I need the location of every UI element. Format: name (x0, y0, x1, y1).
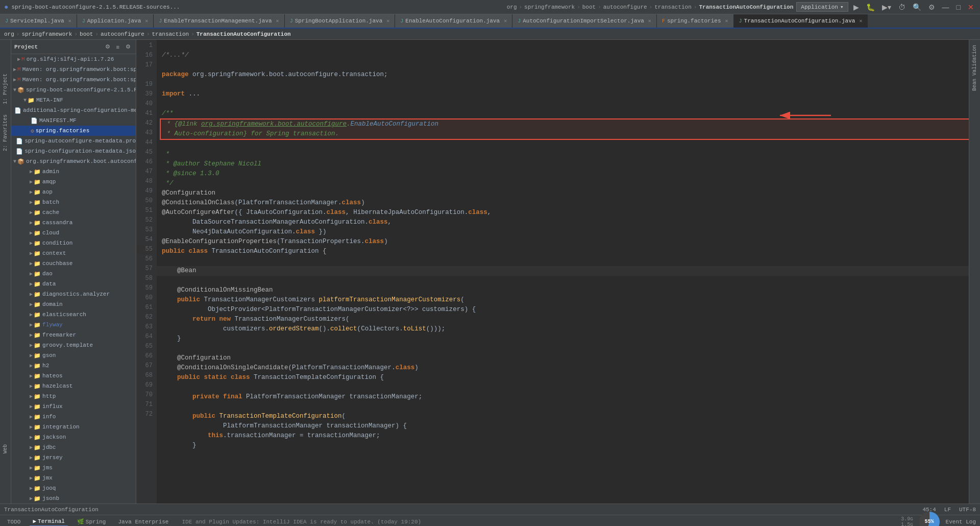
tree-item-metainf[interactable]: ▼ 📁 META-INF (11, 95, 136, 105)
tree-item-integration[interactable]: ▶ 📁 integration (11, 422, 136, 432)
close-button[interactable]: ✕ (966, 2, 976, 12)
bc-class[interactable]: TransactionAutoConfiguration (699, 4, 793, 10)
tab-service-impl[interactable]: J ServiceImpl.java ✕ (0, 14, 77, 28)
tree-item-jackson[interactable]: ▶ 📁 jackson (11, 432, 136, 442)
tree-item-jooq[interactable]: ▶ 📁 jooq (11, 483, 136, 493)
tree-item-jms[interactable]: ▶ 📁 jms (11, 463, 136, 473)
bc-org[interactable]: org (507, 4, 517, 10)
tree-item-jersey[interactable]: ▶ 📁 jersey (11, 452, 136, 463)
tree-item-cloud[interactable]: ▶ 📁 cloud (11, 228, 136, 238)
code-content[interactable]: /*...*/ package org.springframework.boot… (157, 40, 969, 504)
close-icon[interactable]: ✕ (68, 18, 71, 24)
more-run-button[interactable]: ▶▾ (880, 2, 893, 12)
right-sidebar: Bean Validation (969, 40, 980, 504)
tree-item-cassandra[interactable]: ▶ 📁 cassandra (11, 218, 136, 228)
app-dropdown[interactable]: Application ▾ (796, 2, 848, 12)
profile-button[interactable]: ⏱ (896, 2, 908, 12)
tree-item-data[interactable]: ▶ 📁 data (11, 279, 136, 289)
tree-item-gson[interactable]: ▶ 📁 gson (11, 350, 136, 361)
tree-item-manifest[interactable]: 📄 MANIFEST.MF (11, 115, 136, 126)
tree-item-condition[interactable]: ▶ 📁 condition (11, 238, 136, 248)
event-log-button[interactable]: Event Log (946, 519, 976, 525)
close-icon[interactable]: ✕ (648, 18, 651, 24)
tree-item-amqp[interactable]: ▶ 📁 amqp (11, 177, 136, 187)
tab-auto-import[interactable]: J AutoConfigurationImportSelector.java ✕ (512, 14, 657, 28)
close-icon[interactable]: ✕ (386, 18, 389, 24)
tree-item-groovy-template[interactable]: ▶ 📁 groovy.template (11, 340, 136, 350)
bottom-tab-java-enterprise[interactable]: Java Enterprise (115, 518, 172, 526)
bc-nav-class[interactable]: TransactionAutoConfiguration (197, 31, 291, 37)
tree-item-maven1[interactable]: ▶ M org.slf4j:slf4j-api:1.7.26 (11, 54, 136, 64)
bc-nav-org[interactable]: org (4, 31, 14, 37)
tree-item-config-meta[interactable]: 📄 spring-configuration-metadata.jso (11, 146, 136, 156)
bc-transaction[interactable]: transaction (654, 4, 692, 10)
settings-button[interactable]: ⚙ (926, 2, 937, 12)
tree-item-additional[interactable]: 📄 additional-spring-configuration-met (11, 105, 136, 115)
bc-boot[interactable]: boot (582, 4, 596, 10)
tree-item-context[interactable]: ▶ 📁 context (11, 248, 136, 258)
tree-item-jdbc[interactable]: ▶ 📁 jdbc (11, 442, 136, 452)
tree-item-module[interactable]: ▼ 📦 spring-boot-autoconfigure-2.1.5.RELE… (11, 85, 136, 95)
tree-item-hateos[interactable]: ▶ 📁 hateos (11, 371, 136, 381)
sidebar-project-icon[interactable]: 1: Project (2, 70, 9, 107)
tree-item-h2[interactable]: ▶ 📁 h2 (11, 361, 136, 371)
tree-item-jmx[interactable]: ▶ 📁 jmx (11, 473, 136, 483)
project-sync-button[interactable]: ⚙ (103, 42, 112, 51)
tree-item-elasticsearch[interactable]: ▶ 📁 elasticsearch (11, 309, 136, 320)
close-icon[interactable]: ✕ (145, 18, 148, 24)
bc-nav-boot[interactable]: boot (80, 31, 93, 37)
tree-item-autoconfig-pkg[interactable]: ▼ 📦 org.springframework.boot.autoconfig (11, 156, 136, 166)
tree-item-spring-factories[interactable]: ⚙ spring.factories (11, 126, 136, 136)
bottom-tab-todo[interactable]: TODO (4, 518, 23, 526)
tree-item-domain[interactable]: ▶ 📁 domain (11, 299, 136, 309)
search-button[interactable]: 🔍 (911, 2, 923, 12)
tree-item-jsonb[interactable]: ▶ 📁 jsonb (11, 493, 136, 504)
tree-item-dao[interactable]: ▶ 📁 dao (11, 269, 136, 279)
tree-item-aop[interactable]: ▶ 📁 aop (11, 187, 136, 197)
tree-item-cache[interactable]: ▶ 📁 cache (11, 207, 136, 218)
tree-item-batch[interactable]: ▶ 📁 batch (11, 197, 136, 207)
sidebar-web-icon[interactable]: Web (2, 424, 9, 457)
tab-spring-factories[interactable]: F spring.factories ✕ (657, 14, 734, 28)
tree-item-maven3[interactable]: ▶ M Maven: org.springframework.boot:spri… (11, 75, 136, 85)
code-editor[interactable]: 1 16 17 19 39 40 41 42 43 44 45 46 47 48… (136, 40, 969, 504)
bottom-tab-terminal[interactable]: ▶ Terminal (30, 517, 67, 526)
close-icon[interactable]: ✕ (276, 18, 279, 24)
close-icon[interactable]: ✕ (859, 18, 862, 24)
maximize-button[interactable]: □ (954, 2, 963, 12)
minimize-button[interactable]: — (940, 2, 951, 12)
tab-enable-tx[interactable]: J EnableTransactionManagement.java ✕ (154, 14, 284, 28)
sidebar-favorites-icon[interactable]: 2: Favorites (2, 111, 9, 154)
tab-springboot-app[interactable]: J SpringBootApplication.java ✕ (285, 14, 396, 28)
bc-springframework[interactable]: springframework (524, 4, 575, 10)
terminal-icon: ▶ (33, 518, 36, 524)
tree-item-flyway[interactable]: ▶ 📁 flyway (11, 320, 136, 330)
tree-item-diagnostics[interactable]: ▶ 📁 diagnostics.analyzer (11, 289, 136, 299)
tree-item-couchbase[interactable]: ▶ 📁 couchbase (11, 258, 136, 269)
tree-item-maven2[interactable]: ▶ M Maven: org.springframework.boot:spri… (11, 64, 136, 75)
tab-application[interactable]: J Application.java ✕ (77, 14, 154, 28)
bc-autoconfigure[interactable]: autoconfigure (603, 4, 647, 10)
tab-transaction-auto[interactable]: J TransactionAutoConfiguration.java ✕ (734, 14, 868, 28)
tree-item-admin[interactable]: ▶ 📁 admin (11, 166, 136, 177)
tree-item-autoconfigure-meta[interactable]: 📄 spring-autoconfigure-metadata.pro (11, 136, 136, 146)
run-button[interactable]: ▶ (851, 2, 861, 12)
bc-nav-springframework[interactable]: springframework (21, 31, 72, 37)
close-icon[interactable]: ✕ (725, 18, 728, 24)
tree-item-hazelcast[interactable]: ▶ 📁 hazelcast (11, 381, 136, 391)
bottom-tab-spring[interactable]: 🌿 Spring (74, 517, 109, 526)
project-collapse-button[interactable]: ≡ (114, 43, 121, 51)
tab-enable-auto[interactable]: J EnableAutoConfiguration.java ✕ (395, 14, 512, 28)
bc-nav-autoconfigure[interactable]: autoconfigure (101, 31, 144, 37)
tree-item-freemarker[interactable]: ▶ 📁 freemarker (11, 330, 136, 340)
tree-item-http[interactable]: ▶ 📁 http (11, 391, 136, 401)
bc-nav-transaction[interactable]: transaction (152, 31, 189, 37)
arrow-icon: ▶ (30, 250, 33, 256)
right-tab-bean-validation[interactable]: Bean Validation (970, 42, 979, 94)
tree-item-influx[interactable]: ▶ 📁 influx (11, 401, 136, 412)
project-gear-button[interactable]: ⚙ (124, 42, 133, 51)
close-icon[interactable]: ✕ (504, 18, 507, 24)
tree-item-info[interactable]: ▶ 📁 info (11, 412, 136, 422)
editor-area: 1 16 17 19 39 40 41 42 43 44 45 46 47 48… (136, 40, 969, 504)
debug-button[interactable]: 🐛 (864, 2, 877, 12)
